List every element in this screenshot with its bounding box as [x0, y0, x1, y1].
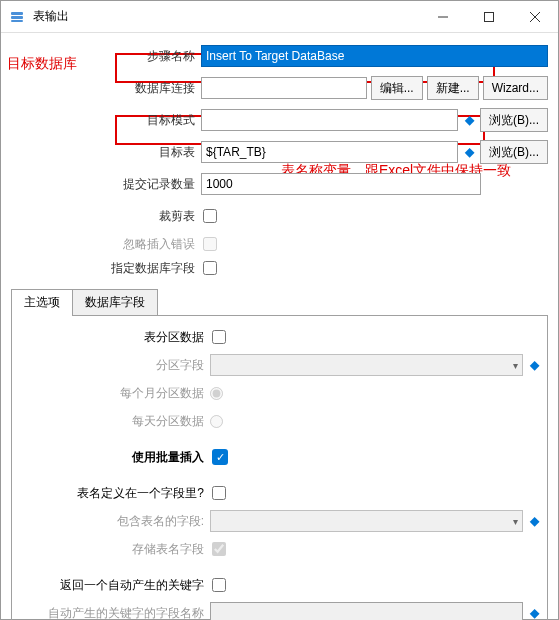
batch-insert-checkbox[interactable]: ✓ — [212, 449, 228, 465]
specify-fields-checkbox[interactable] — [203, 261, 217, 275]
browse-schema-button[interactable]: 浏览(B)... — [480, 108, 548, 132]
connection-label: 数据库连接 — [11, 80, 201, 97]
tab-main[interactable]: 主选项 — [11, 289, 73, 315]
tab-body: 表分区数据 分区字段 ▾ ◆ 每个月分区数据 每天分区数据 使用批量插入 ✓ — [11, 316, 548, 620]
ignore-errors-checkbox — [203, 237, 217, 251]
maximize-button[interactable] — [466, 1, 512, 33]
new-connection-button[interactable]: 新建... — [427, 76, 479, 100]
edit-connection-button[interactable]: 编辑... — [371, 76, 423, 100]
monthly-partition-label: 每个月分区数据 — [18, 385, 210, 402]
svg-rect-2 — [11, 20, 23, 22]
key-field-input — [210, 602, 523, 620]
window-title: 表输出 — [33, 8, 420, 25]
name-in-field-label: 表名定义在一个字段里? — [18, 485, 210, 502]
diamond-icon: ◆ — [462, 113, 476, 127]
partition-field-label: 分区字段 — [18, 357, 210, 374]
partition-label: 表分区数据 — [18, 329, 210, 346]
svg-rect-0 — [11, 12, 23, 15]
diamond-icon: ◆ — [527, 514, 541, 528]
minimize-button[interactable] — [420, 1, 466, 33]
diamond-icon: ◆ — [462, 145, 476, 159]
app-icon — [9, 9, 25, 25]
step-name-input[interactable] — [201, 45, 548, 67]
commit-size-label: 提交记录数量 — [11, 176, 201, 193]
partition-field-combo: ▾ — [210, 354, 523, 376]
target-table-label: 目标表 — [11, 144, 201, 161]
diamond-icon: ◆ — [527, 358, 541, 372]
return-key-label: 返回一个自动产生的关键字 — [18, 577, 210, 594]
name-field-label: 包含表名的字段: — [18, 513, 210, 530]
tab-fields[interactable]: 数据库字段 — [72, 289, 158, 315]
content-area: 目标数据库 表名称变量，跟Excel文件中保持一致 步骤名称 数据库连接 编辑.… — [1, 33, 558, 620]
target-table-input[interactable] — [201, 141, 458, 163]
truncate-label: 裁剪表 — [11, 208, 201, 225]
ignore-errors-label: 忽略插入错误 — [11, 236, 201, 253]
monthly-partition-radio — [210, 387, 223, 400]
batch-insert-label: 使用批量插入 — [18, 449, 210, 466]
daily-partition-radio — [210, 415, 223, 428]
specify-fields-label: 指定数据库字段 — [11, 260, 201, 277]
store-name-checkbox — [212, 542, 226, 556]
diamond-icon: ◆ — [527, 606, 541, 620]
titlebar: 表输出 — [1, 1, 558, 33]
truncate-checkbox[interactable] — [203, 209, 217, 223]
partition-checkbox[interactable] — [212, 330, 226, 344]
name-in-field-checkbox[interactable] — [212, 486, 226, 500]
target-schema-label: 目标模式 — [11, 112, 201, 129]
browse-table-button[interactable]: 浏览(B)... — [480, 140, 548, 164]
chevron-down-icon: ▾ — [513, 516, 518, 527]
wizard-button[interactable]: Wizard... — [483, 76, 548, 100]
step-name-label: 步骤名称 — [11, 48, 201, 65]
target-schema-input[interactable] — [201, 109, 458, 131]
chevron-down-icon: ▾ — [513, 360, 518, 371]
connection-input[interactable] — [201, 77, 367, 99]
return-key-checkbox[interactable] — [212, 578, 226, 592]
tabs: 主选项 数据库字段 — [11, 289, 548, 316]
name-field-combo: ▾ — [210, 510, 523, 532]
daily-partition-label: 每天分区数据 — [18, 413, 210, 430]
commit-size-input[interactable] — [201, 173, 481, 195]
store-name-label: 存储表名字段 — [18, 541, 210, 558]
key-field-label: 自动产生的关键字的字段名称 — [18, 605, 210, 621]
window: 表输出 目标数据库 表名称变量，跟Excel文件中保持一致 步骤名称 数据库连接… — [0, 0, 559, 620]
svg-rect-1 — [11, 16, 23, 19]
svg-rect-4 — [485, 12, 494, 21]
close-button[interactable] — [512, 1, 558, 33]
